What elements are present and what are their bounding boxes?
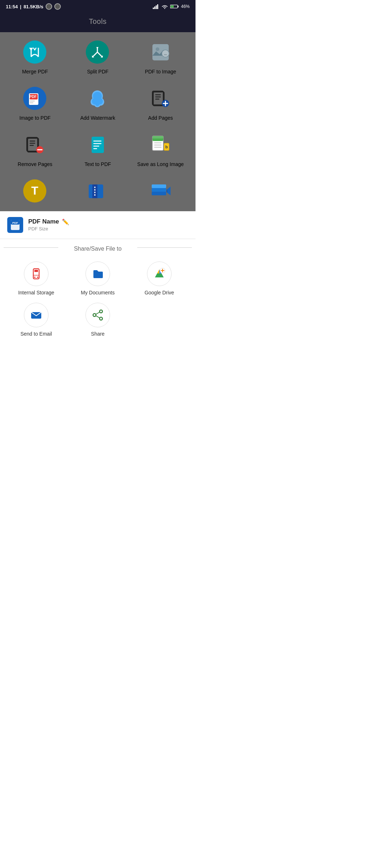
svg-rect-24 [152,91,163,105]
my-documents-label: My Documents [81,290,114,295]
google-drive-label: Google Drive [144,290,174,295]
bottom-sheet: PDF PDF Name ✏️ PDF Size Share/Save File… [0,211,196,348]
svg-rect-58 [152,184,166,188]
battery-percent: 46% [181,4,190,9]
add-watermark-icon-wrap [85,86,110,111]
svg-rect-32 [27,137,38,151]
tool-merge-pdf[interactable]: Merge PDF [4,39,66,75]
svg-text:PDF: PDF [12,221,18,225]
send-email-icon-circle [24,303,49,327]
status-right: 46% [153,4,190,9]
tool-zip-icon[interactable] [66,179,129,204]
svg-point-78 [100,317,102,320]
save-long-image-label: Save as Long Image [137,161,184,167]
split-pdf-label: Split PDF [87,68,108,75]
tool-add-watermark[interactable]: Add Watermark [66,86,129,121]
signal-icon [153,4,159,9]
network-speed: 81.5KB/s [24,4,43,9]
tool-save-long-image[interactable]: b Save as Long Image [129,132,192,167]
svg-rect-66 [37,277,38,278]
svg-point-76 [100,310,102,313]
pdf-to-image-label: PDF to Image [145,68,176,75]
pdf-file-icon: PDF [7,217,23,233]
icon-circle-2 [54,3,61,10]
share-label: Share [91,331,104,337]
status-left: 11:54 | 81.5KB/s [6,3,61,10]
pdf-info-row: PDF PDF Name ✏️ PDF Size [0,211,196,239]
tool-remove-pages[interactable]: Remove Pages [4,132,66,167]
svg-marker-71 [155,273,164,277]
svg-rect-1 [154,7,155,9]
pdf-text-block: PDF Name ✏️ PDF Size [28,218,69,231]
svg-point-14 [156,47,159,51]
battery-icon [170,4,179,9]
pdf-name: PDF Name [28,218,59,225]
svg-point-8 [23,41,46,64]
svg-rect-56 [152,192,166,195]
icon-circle-1 [46,3,52,10]
remove-pages-label: Remove Pages [18,161,52,167]
tools-grid: Merge PDF Split PDF [4,39,192,204]
speed-display: | [20,4,21,9]
svg-rect-3 [157,4,158,9]
split-pdf-icon-wrap [85,39,110,65]
tools-area: Merge PDF Split PDF [0,32,196,211]
svg-text:T: T [31,184,38,197]
tool-split-pdf[interactable]: Split PDF [66,39,129,75]
zip-icon-wrap [85,179,110,204]
merge-pdf-icon-wrap [22,39,48,65]
svg-rect-7 [171,5,174,8]
share-send-email[interactable]: Send to Email [7,303,65,337]
my-documents-icon-circle [85,261,110,286]
add-watermark-label: Add Watermark [80,115,115,121]
image-to-pdf-label: Image to PDF [19,115,50,121]
tool-t-icon[interactable]: T [4,179,66,204]
share-icon-circle [85,303,110,327]
add-pages-label: Add Pages [148,115,173,121]
svg-rect-57 [152,188,166,192]
edit-icon[interactable]: ✏️ [62,218,69,225]
save-long-image-icon-wrap: b [148,132,173,157]
text-to-pdf-icon-wrap [85,132,110,157]
svg-point-77 [93,314,96,316]
wifi-icon [161,4,168,9]
share-share[interactable]: Share [69,303,127,337]
stack-icon-wrap [148,179,173,204]
svg-point-4 [164,8,165,9]
page-title: Tools [0,17,196,26]
share-internal-storage[interactable]: Internal Storage [7,261,65,295]
svg-line-79 [96,312,100,314]
tool-text-to-pdf[interactable]: Text to PDF [66,132,129,167]
share-my-documents[interactable]: My Documents [69,261,127,295]
svg-rect-2 [156,5,157,9]
svg-rect-22 [30,102,33,103]
svg-rect-38 [92,137,104,153]
svg-text:PDF: PDF [29,95,37,99]
tool-stack-icon[interactable] [129,179,192,204]
svg-text:b: b [165,145,168,149]
pdf-name-row: PDF Name ✏️ [28,218,69,225]
send-email-label: Send to Email [20,331,52,337]
remove-pages-icon-wrap [22,132,48,157]
pdf-size: PDF Size [28,226,69,231]
internal-storage-icon-circle [24,261,49,286]
svg-text:...: ... [164,52,167,56]
text-to-pdf-label: Text to PDF [84,161,111,167]
t-icon-wrap: T [22,179,48,204]
svg-rect-45 [152,136,163,139]
image-to-pdf-icon-wrap: PDF [22,86,48,111]
pdf-to-image-icon-wrap: ... [148,39,173,65]
share-google-drive[interactable]: Google Drive [130,261,188,295]
share-options-row1: Internal Storage My Documents [0,256,196,299]
svg-rect-6 [178,5,179,7]
share-save-title: Share/Save File to [0,239,196,256]
tool-add-pages[interactable]: Add Pages [129,86,192,121]
svg-rect-0 [153,8,154,9]
status-bar: 11:54 | 81.5KB/s [0,0,196,13]
tool-image-to-pdf[interactable]: PDF Image to PDF [4,86,66,121]
share-options-row2: Send to Email Share [0,299,196,348]
svg-rect-54 [92,184,97,198]
merge-pdf-label: Merge PDF [22,68,48,75]
time-display: 11:54 [6,4,18,9]
tool-pdf-to-image[interactable]: ... PDF to Image [129,39,192,75]
